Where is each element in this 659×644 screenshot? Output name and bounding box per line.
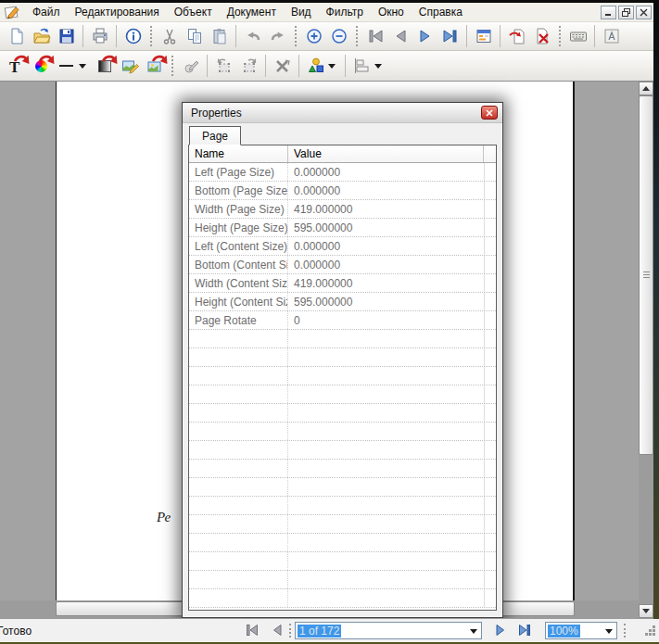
status-ready-text: Готово bbox=[0, 625, 32, 638]
menu-view[interactable]: Вид bbox=[284, 4, 319, 20]
property-row[interactable]: Bottom (Content Size)0.000000 bbox=[189, 256, 496, 274]
next-page-button[interactable] bbox=[412, 24, 437, 48]
insert-gradient-button[interactable] bbox=[92, 54, 117, 78]
close-icon bbox=[640, 8, 648, 17]
show-properties-button[interactable] bbox=[471, 24, 496, 48]
object-dropdown[interactable] bbox=[328, 64, 336, 72]
next-page-nav-button[interactable] bbox=[489, 621, 512, 639]
print-button[interactable] bbox=[87, 24, 112, 48]
virtual-keyboard-button[interactable] bbox=[565, 24, 590, 48]
property-row[interactable]: Width (Page Size)419.000000 bbox=[189, 200, 496, 219]
document-text[interactable]: Ре bbox=[157, 510, 171, 525]
previous-page-icon bbox=[270, 623, 285, 638]
tab-page[interactable]: Page bbox=[189, 126, 241, 145]
first-page-icon bbox=[366, 27, 385, 45]
copy-button[interactable] bbox=[182, 24, 207, 48]
open-document-button[interactable] bbox=[29, 24, 54, 48]
property-row[interactable]: Height (Content Size)595.000000 bbox=[189, 293, 496, 311]
scroll-down-button[interactable] bbox=[639, 604, 653, 618]
insert-color-button[interactable] bbox=[29, 54, 54, 78]
property-row[interactable]: Page Rotate0 bbox=[189, 311, 496, 330]
empty-row bbox=[189, 478, 496, 497]
menu-filter[interactable]: Фильтр bbox=[319, 4, 371, 20]
scroll-up-button[interactable] bbox=[639, 82, 653, 95]
close-window-button[interactable] bbox=[636, 6, 652, 19]
menu-edit[interactable]: Редактирования bbox=[68, 4, 167, 20]
app-window: Файл Редактирования Объект Документ Вид … bbox=[0, 0, 659, 644]
vertical-scroll-thumb[interactable] bbox=[639, 95, 653, 455]
dialog-close-button[interactable] bbox=[481, 106, 498, 120]
window-top-border bbox=[0, 0, 659, 3]
menu-bar: Файл Редактирования Объект Документ Вид … bbox=[0, 3, 659, 22]
chevron-down-icon[interactable] bbox=[605, 629, 613, 634]
last-page-icon bbox=[441, 27, 460, 45]
dialog-title-bar[interactable]: Properties bbox=[183, 103, 502, 123]
property-row[interactable]: Left (Page Size)0.000000 bbox=[189, 163, 496, 182]
resize-grip[interactable] bbox=[643, 624, 656, 639]
dialog-body: Page Name Value Left (Page Size)0.000000… bbox=[188, 124, 497, 611]
cut-button[interactable] bbox=[157, 24, 182, 48]
previous-page-nav-button[interactable] bbox=[266, 621, 288, 639]
clipped-tool-button[interactable] bbox=[599, 24, 624, 48]
delete-object-button[interactable] bbox=[270, 54, 295, 78]
save-document-button[interactable] bbox=[54, 24, 79, 48]
toolbar-separator bbox=[116, 25, 117, 47]
minimize-button[interactable] bbox=[601, 6, 616, 19]
edit-path-icon bbox=[182, 57, 200, 75]
vertical-scrollbar[interactable] bbox=[639, 82, 653, 618]
previous-page-button[interactable] bbox=[387, 24, 412, 48]
zoom-level-combo[interactable]: 100% bbox=[545, 622, 617, 639]
keyboard-icon bbox=[569, 27, 588, 45]
document-info-button[interactable] bbox=[120, 24, 146, 48]
paste-button[interactable] bbox=[207, 24, 232, 48]
insert-3d-object-button[interactable] bbox=[303, 54, 328, 78]
paste-icon bbox=[210, 27, 229, 45]
undo-button[interactable] bbox=[240, 24, 265, 48]
insert-arrow-icon bbox=[12, 52, 31, 70]
first-page-nav-button[interactable] bbox=[241, 621, 263, 639]
property-row[interactable]: Bottom (Page Size)0.000000 bbox=[189, 182, 496, 200]
line-style-button[interactable] bbox=[54, 54, 79, 78]
menu-window[interactable]: Окно bbox=[371, 4, 412, 20]
menu-file[interactable]: Файл bbox=[25, 4, 68, 20]
first-page-button[interactable] bbox=[362, 24, 387, 48]
chevron-down-icon[interactable] bbox=[470, 629, 477, 634]
edit-image-button[interactable] bbox=[117, 54, 142, 78]
delete-page-button[interactable] bbox=[529, 24, 554, 48]
last-page-icon bbox=[517, 623, 532, 638]
last-page-button[interactable] bbox=[437, 24, 463, 48]
redo-icon bbox=[269, 27, 287, 45]
insert-image-button[interactable] bbox=[142, 54, 167, 78]
last-page-nav-button[interactable] bbox=[513, 621, 536, 639]
rotate-object-left-button[interactable] bbox=[211, 54, 236, 78]
menu-object[interactable]: Объект bbox=[167, 4, 220, 20]
insert-arrow-icon bbox=[37, 52, 56, 70]
new-document-button[interactable] bbox=[4, 24, 29, 48]
property-row[interactable]: Width (Content Size)419.000000 bbox=[189, 274, 496, 293]
properties-dialog: Properties Page Name Value Left (Page Si… bbox=[182, 102, 503, 618]
line-style-dropdown[interactable] bbox=[79, 64, 86, 72]
empty-row bbox=[189, 441, 496, 460]
insert-arrow-icon bbox=[150, 52, 169, 70]
rotate-object-right-button[interactable] bbox=[236, 54, 261, 78]
align-dropdown[interactable] bbox=[374, 64, 382, 72]
import-page-button[interactable] bbox=[504, 24, 529, 48]
menu-help[interactable]: Справка bbox=[412, 4, 470, 20]
page-number-combo[interactable]: 1 of 172 bbox=[295, 622, 482, 639]
clipped-tool-icon bbox=[602, 27, 621, 45]
insert-text-button[interactable]: T bbox=[4, 54, 29, 78]
align-objects-button[interactable] bbox=[349, 54, 374, 78]
edit-path-button[interactable] bbox=[178, 54, 203, 78]
zoom-out-button[interactable] bbox=[326, 24, 351, 48]
scissors-icon bbox=[160, 27, 179, 45]
zoom-in-button[interactable] bbox=[301, 24, 326, 48]
redo-button[interactable] bbox=[265, 24, 290, 48]
window-right-border bbox=[653, 0, 659, 619]
property-row[interactable]: Height (Page Size)595.000000 bbox=[189, 219, 496, 237]
restore-button[interactable] bbox=[618, 6, 634, 19]
menu-document[interactable]: Документ bbox=[220, 4, 284, 20]
property-row[interactable]: Left (Content Size)0.000000 bbox=[189, 237, 496, 256]
toolbar-separator bbox=[235, 25, 236, 47]
insert-arrow-icon bbox=[100, 52, 119, 70]
statusbar-separator bbox=[289, 624, 291, 638]
